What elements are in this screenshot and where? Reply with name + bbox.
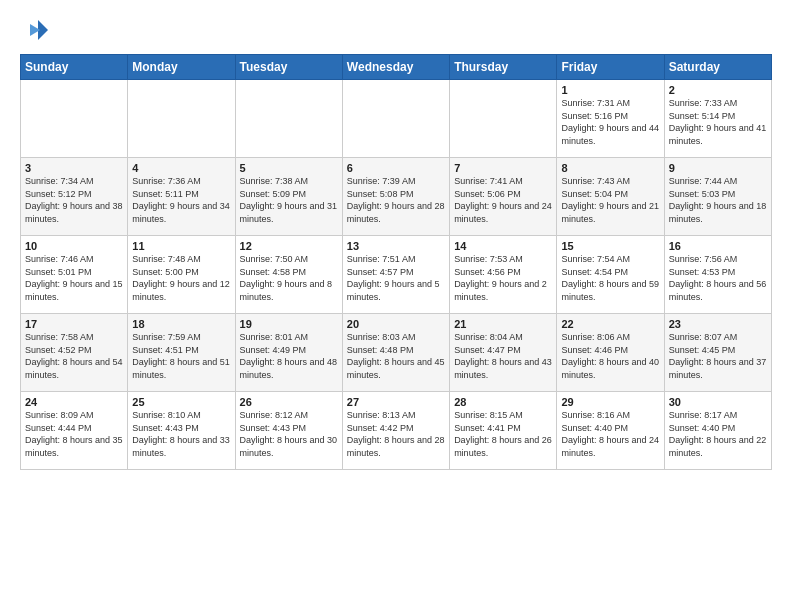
calendar-cell: 1Sunrise: 7:31 AM Sunset: 5:16 PM Daylig… [557,80,664,158]
calendar-cell: 20Sunrise: 8:03 AM Sunset: 4:48 PM Dayli… [342,314,449,392]
calendar-cell [21,80,128,158]
calendar-cell: 14Sunrise: 7:53 AM Sunset: 4:56 PM Dayli… [450,236,557,314]
day-info: Sunrise: 7:36 AM Sunset: 5:11 PM Dayligh… [132,175,230,225]
day-info: Sunrise: 8:15 AM Sunset: 4:41 PM Dayligh… [454,409,552,459]
day-number: 13 [347,240,445,252]
day-number: 23 [669,318,767,330]
day-number: 16 [669,240,767,252]
day-number: 20 [347,318,445,330]
day-number: 9 [669,162,767,174]
header-cell-wednesday: Wednesday [342,55,449,80]
calendar-cell: 11Sunrise: 7:48 AM Sunset: 5:00 PM Dayli… [128,236,235,314]
calendar-cell: 8Sunrise: 7:43 AM Sunset: 5:04 PM Daylig… [557,158,664,236]
day-info: Sunrise: 7:39 AM Sunset: 5:08 PM Dayligh… [347,175,445,225]
day-number: 19 [240,318,338,330]
calendar-cell: 7Sunrise: 7:41 AM Sunset: 5:06 PM Daylig… [450,158,557,236]
page-container: SundayMondayTuesdayWednesdayThursdayFrid… [0,0,792,480]
day-info: Sunrise: 8:17 AM Sunset: 4:40 PM Dayligh… [669,409,767,459]
day-info: Sunrise: 8:01 AM Sunset: 4:49 PM Dayligh… [240,331,338,381]
day-info: Sunrise: 7:43 AM Sunset: 5:04 PM Dayligh… [561,175,659,225]
day-info: Sunrise: 7:38 AM Sunset: 5:09 PM Dayligh… [240,175,338,225]
day-number: 26 [240,396,338,408]
day-number: 24 [25,396,123,408]
day-number: 21 [454,318,552,330]
calendar-cell [235,80,342,158]
day-number: 3 [25,162,123,174]
calendar-cell: 30Sunrise: 8:17 AM Sunset: 4:40 PM Dayli… [664,392,771,470]
day-info: Sunrise: 7:58 AM Sunset: 4:52 PM Dayligh… [25,331,123,381]
day-number: 30 [669,396,767,408]
calendar-cell: 19Sunrise: 8:01 AM Sunset: 4:49 PM Dayli… [235,314,342,392]
calendar-cell: 2Sunrise: 7:33 AM Sunset: 5:14 PM Daylig… [664,80,771,158]
calendar-cell: 27Sunrise: 8:13 AM Sunset: 4:42 PM Dayli… [342,392,449,470]
day-number: 11 [132,240,230,252]
day-info: Sunrise: 8:12 AM Sunset: 4:43 PM Dayligh… [240,409,338,459]
calendar-cell: 28Sunrise: 8:15 AM Sunset: 4:41 PM Dayli… [450,392,557,470]
calendar-cell: 5Sunrise: 7:38 AM Sunset: 5:09 PM Daylig… [235,158,342,236]
day-number: 17 [25,318,123,330]
day-info: Sunrise: 8:07 AM Sunset: 4:45 PM Dayligh… [669,331,767,381]
day-number: 6 [347,162,445,174]
day-number: 5 [240,162,338,174]
calendar-cell: 9Sunrise: 7:44 AM Sunset: 5:03 PM Daylig… [664,158,771,236]
calendar-cell: 25Sunrise: 8:10 AM Sunset: 4:43 PM Dayli… [128,392,235,470]
header-cell-monday: Monday [128,55,235,80]
calendar-cell: 15Sunrise: 7:54 AM Sunset: 4:54 PM Dayli… [557,236,664,314]
calendar-cell: 16Sunrise: 7:56 AM Sunset: 4:53 PM Dayli… [664,236,771,314]
day-info: Sunrise: 7:48 AM Sunset: 5:00 PM Dayligh… [132,253,230,303]
header-cell-tuesday: Tuesday [235,55,342,80]
calendar-cell [342,80,449,158]
header-cell-friday: Friday [557,55,664,80]
calendar-body: 1Sunrise: 7:31 AM Sunset: 5:16 PM Daylig… [21,80,772,470]
header-cell-thursday: Thursday [450,55,557,80]
day-info: Sunrise: 8:16 AM Sunset: 4:40 PM Dayligh… [561,409,659,459]
day-info: Sunrise: 7:51 AM Sunset: 4:57 PM Dayligh… [347,253,445,303]
day-info: Sunrise: 7:41 AM Sunset: 5:06 PM Dayligh… [454,175,552,225]
calendar-cell: 6Sunrise: 7:39 AM Sunset: 5:08 PM Daylig… [342,158,449,236]
day-number: 28 [454,396,552,408]
header-cell-sunday: Sunday [21,55,128,80]
calendar-header-row: SundayMondayTuesdayWednesdayThursdayFrid… [21,55,772,80]
day-number: 10 [25,240,123,252]
calendar-cell: 21Sunrise: 8:04 AM Sunset: 4:47 PM Dayli… [450,314,557,392]
day-info: Sunrise: 8:04 AM Sunset: 4:47 PM Dayligh… [454,331,552,381]
day-info: Sunrise: 7:53 AM Sunset: 4:56 PM Dayligh… [454,253,552,303]
calendar-cell: 17Sunrise: 7:58 AM Sunset: 4:52 PM Dayli… [21,314,128,392]
day-info: Sunrise: 7:46 AM Sunset: 5:01 PM Dayligh… [25,253,123,303]
day-number: 27 [347,396,445,408]
calendar-cell: 29Sunrise: 8:16 AM Sunset: 4:40 PM Dayli… [557,392,664,470]
calendar-cell: 24Sunrise: 8:09 AM Sunset: 4:44 PM Dayli… [21,392,128,470]
calendar-week-1: 1Sunrise: 7:31 AM Sunset: 5:16 PM Daylig… [21,80,772,158]
calendar-cell: 3Sunrise: 7:34 AM Sunset: 5:12 PM Daylig… [21,158,128,236]
calendar-cell: 12Sunrise: 7:50 AM Sunset: 4:58 PM Dayli… [235,236,342,314]
day-number: 29 [561,396,659,408]
day-info: Sunrise: 7:59 AM Sunset: 4:51 PM Dayligh… [132,331,230,381]
calendar-table: SundayMondayTuesdayWednesdayThursdayFrid… [20,54,772,470]
day-number: 22 [561,318,659,330]
calendar-cell: 18Sunrise: 7:59 AM Sunset: 4:51 PM Dayli… [128,314,235,392]
day-number: 7 [454,162,552,174]
calendar-cell: 23Sunrise: 8:07 AM Sunset: 4:45 PM Dayli… [664,314,771,392]
day-info: Sunrise: 8:03 AM Sunset: 4:48 PM Dayligh… [347,331,445,381]
calendar-week-2: 3Sunrise: 7:34 AM Sunset: 5:12 PM Daylig… [21,158,772,236]
day-number: 12 [240,240,338,252]
calendar-week-4: 17Sunrise: 7:58 AM Sunset: 4:52 PM Dayli… [21,314,772,392]
day-info: Sunrise: 7:56 AM Sunset: 4:53 PM Dayligh… [669,253,767,303]
day-number: 1 [561,84,659,96]
day-info: Sunrise: 7:54 AM Sunset: 4:54 PM Dayligh… [561,253,659,303]
calendar-cell: 22Sunrise: 8:06 AM Sunset: 4:46 PM Dayli… [557,314,664,392]
day-number: 14 [454,240,552,252]
day-info: Sunrise: 8:09 AM Sunset: 4:44 PM Dayligh… [25,409,123,459]
day-number: 18 [132,318,230,330]
day-info: Sunrise: 8:06 AM Sunset: 4:46 PM Dayligh… [561,331,659,381]
calendar-cell: 10Sunrise: 7:46 AM Sunset: 5:01 PM Dayli… [21,236,128,314]
day-info: Sunrise: 7:34 AM Sunset: 5:12 PM Dayligh… [25,175,123,225]
logo [20,16,52,44]
day-number: 15 [561,240,659,252]
calendar-week-5: 24Sunrise: 8:09 AM Sunset: 4:44 PM Dayli… [21,392,772,470]
day-info: Sunrise: 7:31 AM Sunset: 5:16 PM Dayligh… [561,97,659,147]
day-number: 25 [132,396,230,408]
logo-icon [20,16,48,44]
calendar-cell [450,80,557,158]
calendar-cell: 4Sunrise: 7:36 AM Sunset: 5:11 PM Daylig… [128,158,235,236]
